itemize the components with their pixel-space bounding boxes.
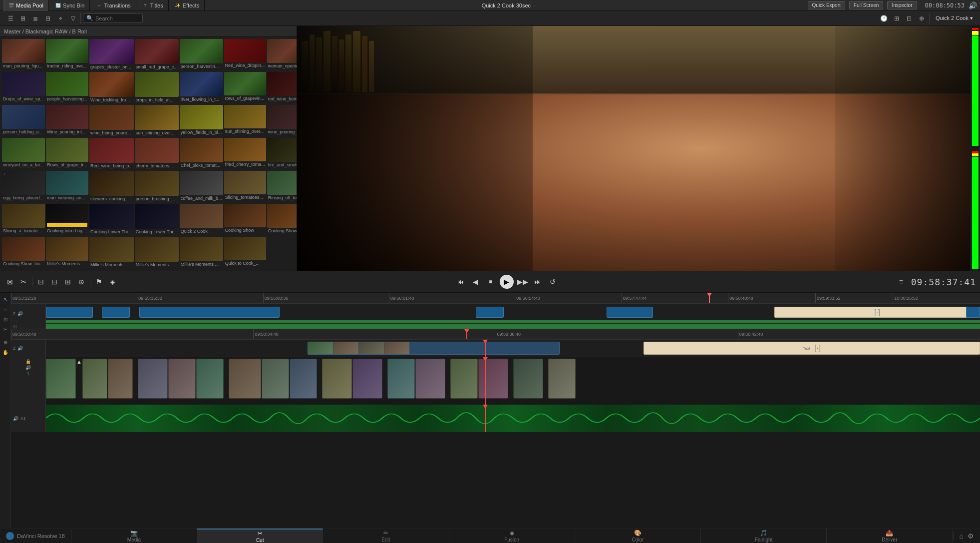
full-screen-button[interactable]: Full Screen [849, 1, 884, 9]
list-item[interactable]: rows_of_grapevin... [224, 72, 266, 104]
dynamic-trim[interactable]: ⊡ [1, 315, 10, 324]
tab-media-pool[interactable]: 🎬 Media Pool [3, 0, 49, 11]
fittoframe[interactable]: ⊕ [75, 276, 87, 288]
list-item[interactable]: ♪ egg_being_placed... [2, 171, 45, 203]
insert-mode[interactable]: ⊡ [35, 276, 47, 288]
v1-clip-thumb[interactable] [290, 359, 317, 399]
v1-clip-thumb[interactable] [450, 359, 478, 399]
list-item[interactable]: person_holding_a... [2, 105, 45, 137]
v1-clip-thumb[interactable] [82, 359, 107, 399]
play-button[interactable]: ▶ [500, 275, 514, 289]
v1-clip-thumb[interactable] [548, 359, 576, 399]
tab-cut-bottom[interactable]: ✂ Cut [197, 529, 323, 543]
grid-icon2[interactable]: ⊞ [891, 13, 902, 24]
filter-icon[interactable]: ⌖ [55, 13, 66, 24]
list-item[interactable]: crops_in_field_at... [135, 72, 179, 104]
list-view-icon[interactable]: ☰ [5, 13, 16, 24]
v1-clip-thumb[interactable] [387, 359, 415, 399]
v1-clip-thumb[interactable] [229, 359, 261, 399]
v2-clip-2[interactable] [102, 307, 130, 318]
zoom-tool[interactable]: ⊕ [1, 338, 10, 347]
safe-area-icon[interactable]: ⊡ [904, 13, 915, 24]
list-item[interactable]: red_wine_being_p... [267, 72, 297, 104]
trim-tool[interactable]: ↔ [1, 305, 10, 314]
v1-clip-thumb[interactable] [513, 359, 543, 399]
list-item[interactable]: yellow_fields_in_bl... [180, 105, 223, 137]
prev-frame-button[interactable]: ◀ [470, 276, 482, 288]
list-item[interactable]: small_red_grape_c... [135, 39, 179, 71]
list-item[interactable]: Rows_of_grape_tr... [46, 138, 88, 170]
list-item[interactable]: cherry_tomatoes... [135, 138, 179, 170]
list-item[interactable]: coffee_and_milk_b... [180, 171, 223, 203]
ripple-tool[interactable]: ⊠ [4, 276, 16, 288]
list-item[interactable]: sun_shining_over... [135, 105, 179, 137]
v2-text-clip[interactable]: [·] [774, 307, 980, 318]
v1-clip-thumb[interactable] [138, 359, 168, 399]
list-item[interactable]: man_pouring_liqu... [2, 39, 45, 71]
list-item[interactable]: sun_shining_over... [224, 105, 266, 137]
tab-sync-bin[interactable]: 🔄 Sync Bin [50, 0, 90, 11]
settings-icon[interactable]: ⚙ [968, 532, 974, 540]
list-item[interactable]: Drops_of_wine_sp... [2, 72, 45, 104]
list-item[interactable]: wine_being_poure... [89, 105, 134, 137]
v1-clip-thumb[interactable] [168, 359, 196, 399]
select-tool[interactable]: ↖ [1, 295, 10, 304]
tab-media-bottom[interactable]: 📷 Media [71, 529, 197, 543]
v2-clip-6[interactable] [966, 307, 980, 318]
options-icon[interactable]: ▽ [67, 13, 78, 24]
list-item[interactable]: vineyard_on_a_far... [2, 138, 45, 170]
list-item[interactable]: Rinsing_off_tomat... [267, 171, 297, 203]
tab-titles[interactable]: T Titles [137, 0, 169, 11]
list-item[interactable]: wine_pouring_into... [267, 105, 297, 137]
replace-mode[interactable]: ⊞ [62, 276, 74, 288]
tab-transitions[interactable]: ↔ Transitions [91, 0, 136, 11]
hand-tool[interactable]: ✋ [1, 348, 10, 357]
v1-clip-thumb[interactable] [478, 359, 508, 399]
list-item[interactable]: Cooking Lower Thi... [89, 204, 134, 236]
tc-icon[interactable]: 🕐 [879, 13, 890, 24]
v2-clip-4[interactable] [476, 307, 504, 318]
list-item[interactable]: Red_wine_drippin... [224, 39, 266, 71]
v1-clip-thumb[interactable] [322, 359, 352, 399]
grid-view-icon[interactable]: ⊞ [17, 13, 28, 24]
go-to-end-button[interactable]: ⏭ [532, 276, 544, 288]
list-item[interactable]: fried_cherry_toma... [224, 138, 266, 170]
color-tool[interactable]: ◈ [106, 276, 118, 288]
list-item[interactable]: Slicing_tomatoes... [224, 171, 266, 203]
detail-clip-1[interactable] [308, 342, 560, 355]
list-item[interactable]: people_harvesting... [46, 72, 88, 104]
list-item[interactable]: Millie's Moments ... [89, 237, 134, 269]
list-item[interactable]: fire_and_smoke_c... [267, 138, 297, 170]
blade-edit[interactable]: ✂ [1, 325, 10, 334]
list-item[interactable]: Cooking Show [224, 204, 266, 236]
v1-clip-thumb[interactable] [196, 359, 224, 399]
list-item[interactable]: Quick to Cook_... [224, 237, 266, 269]
list-item[interactable]: woman_opening_... [267, 39, 297, 71]
list-item[interactable]: Slicing_a_tomato... [2, 204, 45, 236]
options-menu[interactable]: ≡ [895, 276, 907, 288]
loop-button[interactable]: ↺ [547, 276, 559, 288]
v1-clip-thumb[interactable] [262, 359, 289, 399]
list-item[interactable]: Cooking Intro Log... [46, 204, 88, 236]
v1-clip-thumb[interactable] [108, 359, 133, 399]
list-item[interactable]: Red_wine_being_p... [89, 138, 134, 170]
v2-clip-3[interactable] [139, 307, 280, 318]
list-item[interactable]: person_brushing_... [135, 171, 179, 203]
preview-title-dropdown[interactable]: Quick 2 Cook ▾ [932, 15, 977, 21]
blade-tool[interactable]: ✂ [17, 276, 29, 288]
metadata-icon[interactable]: ≣ [30, 13, 41, 24]
list-item[interactable]: skewers_cooking... [89, 171, 134, 203]
list-item[interactable]: Cooking Show... [267, 204, 297, 236]
list-item[interactable]: person_harvestin... [180, 39, 223, 71]
sort-icon[interactable]: ⊟ [42, 13, 53, 24]
tab-effects[interactable]: ✨ Effects [170, 0, 205, 11]
overwrite-mode[interactable]: ⊟ [48, 276, 60, 288]
list-item[interactable]: man_wearing_an... [46, 171, 88, 203]
list-item[interactable]: river_flowing_in_t... [180, 72, 223, 104]
list-item[interactable]: Cooking Show_tvc [2, 237, 45, 269]
v1-clip-thumb[interactable] [415, 359, 445, 399]
go-to-start-button[interactable]: ⏮ [455, 276, 467, 288]
tab-edit-bottom[interactable]: ✏ Edit [323, 529, 449, 543]
list-item[interactable]: Millie's Moments ... [46, 237, 88, 269]
stop-button[interactable]: ■ [485, 276, 497, 288]
